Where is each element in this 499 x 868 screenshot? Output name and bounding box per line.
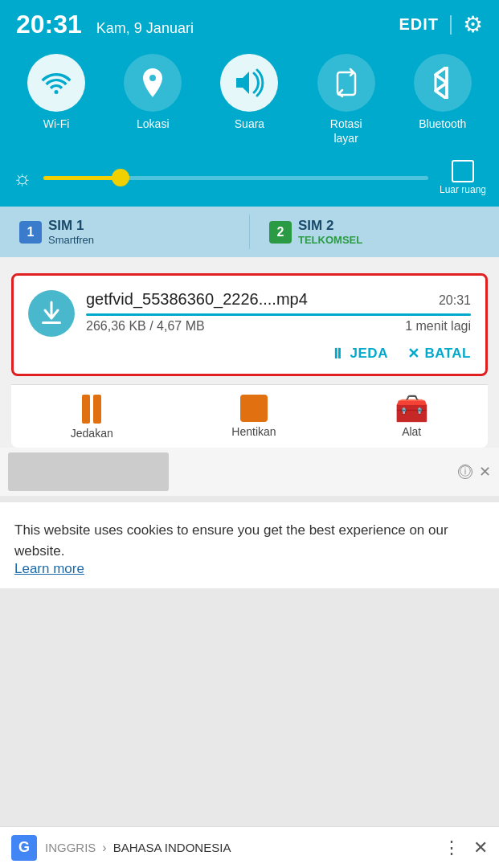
toggle-wifi[interactable]: Wi-Fi bbox=[27, 54, 85, 131]
translate-actions: ⋮ ✕ bbox=[443, 837, 488, 858]
cookie-text: This website uses cookies to ensure you … bbox=[14, 520, 485, 561]
sim1-badge: 1 bbox=[19, 221, 42, 244]
hentikan-icon bbox=[240, 395, 268, 422]
brightness-fill bbox=[43, 176, 121, 180]
google-translate-icon: G bbox=[11, 835, 37, 861]
sim1-name: SIM 1 bbox=[48, 218, 94, 234]
quick-toggle-row: Wi-Fi Lokasi Suara bbox=[0, 46, 499, 154]
translate-from[interactable]: INGGRIS bbox=[45, 841, 96, 854]
alat-icon: 🧰 bbox=[395, 395, 428, 422]
alat-label: Alat bbox=[402, 425, 421, 438]
wifi-label: Wi-Fi bbox=[43, 117, 70, 131]
outdoor-icon bbox=[452, 160, 474, 182]
quick-settings-panel: 20:31 Kam, 9 Januari EDIT ⚙ Wi-Fi bbox=[0, 0, 499, 207]
cancel-label: BATAL bbox=[424, 346, 471, 362]
notif-size-row: 266,36 KB / 4,67 MB 1 menit lagi bbox=[86, 319, 471, 334]
translate-languages: INGGRIS › BAHASA INDONESIA bbox=[45, 841, 435, 855]
translate-to[interactable]: BAHASA INDONESIA bbox=[113, 841, 231, 854]
learn-more-link[interactable]: Learn more bbox=[14, 561, 84, 576]
toggle-suara[interactable]: Suara bbox=[220, 54, 278, 131]
bluetooth-icon-circle bbox=[414, 54, 472, 112]
ad-info-icon[interactable]: ⓘ bbox=[458, 465, 472, 479]
suara-icon-circle bbox=[220, 54, 278, 112]
bluetooth-label: Bluetooth bbox=[419, 117, 466, 131]
pause-icon: ⏸ bbox=[330, 346, 346, 362]
sim2-number: 2 bbox=[277, 225, 284, 240]
jedakan-label: Jedakan bbox=[71, 427, 113, 440]
sim1-item[interactable]: 1 SIM 1 Smartfren bbox=[0, 215, 250, 249]
sim2-info: SIM 2 TELKOMSEL bbox=[298, 218, 362, 246]
sim2-carrier: TELKOMSEL bbox=[298, 234, 362, 246]
notification-content: getfvid_55386360_2226....mp4 20:31 266,3… bbox=[86, 290, 471, 334]
sim2-name: SIM 2 bbox=[298, 218, 362, 234]
status-date: Kam, 9 Januari bbox=[96, 20, 194, 37]
brightness-icon: ☼ bbox=[13, 166, 32, 190]
svg-rect-1 bbox=[42, 321, 61, 324]
status-bar: 20:31 Kam, 9 Januari EDIT ⚙ bbox=[0, 0, 499, 46]
brightness-row: ☼ Luar ruang bbox=[0, 154, 499, 207]
notification-top: getfvid_55386360_2226....mp4 20:31 266,3… bbox=[28, 290, 471, 337]
rotasi-icon-circle bbox=[317, 54, 375, 112]
divider bbox=[450, 15, 452, 35]
sim2-item[interactable]: 2 SIM 2 TELKOMSEL bbox=[250, 215, 499, 249]
edit-button[interactable]: EDIT bbox=[399, 15, 439, 34]
ad-strip: ⓘ ✕ bbox=[0, 448, 499, 496]
brightness-slider[interactable] bbox=[43, 176, 428, 180]
translate-more-icon[interactable]: ⋮ bbox=[443, 837, 460, 858]
toggle-bluetooth[interactable]: Bluetooth bbox=[414, 54, 472, 131]
pause-label: JEDA bbox=[350, 346, 388, 362]
lokasi-icon-circle bbox=[124, 54, 182, 112]
ad-close-icon[interactable]: ✕ bbox=[479, 463, 491, 481]
sim1-number: 1 bbox=[27, 225, 35, 240]
outdoor-label: Luar ruang bbox=[440, 184, 486, 195]
toggle-lokasi[interactable]: Lokasi bbox=[124, 54, 182, 131]
wifi-icon-circle bbox=[27, 54, 85, 112]
download-avatar bbox=[28, 290, 75, 337]
outdoor-mode-button[interactable]: Luar ruang bbox=[440, 160, 486, 195]
cancel-button[interactable]: ✕ BATAL bbox=[407, 345, 471, 362]
jedakan-icon bbox=[82, 395, 101, 424]
notif-filename: getfvid_55386360_2226....mp4 bbox=[86, 290, 308, 309]
pause-button[interactable]: ⏸ JEDA bbox=[330, 345, 388, 362]
notif-eta: 1 menit lagi bbox=[405, 319, 471, 334]
g-letter: G bbox=[18, 839, 30, 856]
translate-close-icon[interactable]: ✕ bbox=[473, 837, 488, 858]
rotasi-label: Rotasilayar bbox=[330, 117, 362, 145]
notif-size: 266,36 KB / 4,67 MB bbox=[86, 319, 205, 334]
lokasi-label: Lokasi bbox=[137, 117, 169, 131]
bottom-app-tabs: Jedakan Hentikan 🧰 Alat bbox=[11, 384, 488, 448]
tab-jedakan[interactable]: Jedakan bbox=[71, 395, 113, 440]
cancel-icon: ✕ bbox=[407, 345, 420, 362]
notif-time: 20:31 bbox=[439, 293, 471, 308]
sim1-carrier: Smartfren bbox=[48, 234, 94, 246]
sim1-info: SIM 1 Smartfren bbox=[48, 218, 94, 246]
translate-bar: G INGGRIS › BAHASA INDONESIA ⋮ ✕ bbox=[0, 826, 499, 868]
hentikan-label: Hentikan bbox=[231, 425, 276, 438]
brightness-thumb bbox=[112, 169, 129, 186]
download-progress-bar bbox=[86, 313, 471, 316]
sim-row: 1 SIM 1 Smartfren 2 SIM 2 TELKOMSEL bbox=[0, 207, 499, 257]
download-notification: getfvid_55386360_2226....mp4 20:31 266,3… bbox=[11, 273, 488, 376]
suara-label: Suara bbox=[235, 117, 264, 131]
web-content: This website uses cookies to ensure you … bbox=[0, 502, 499, 588]
ad-image bbox=[8, 452, 169, 491]
settings-icon[interactable]: ⚙ bbox=[463, 11, 483, 38]
status-time: 20:31 bbox=[16, 10, 82, 39]
tab-alat[interactable]: 🧰 Alat bbox=[395, 395, 428, 440]
notification-actions: ⏸ JEDA ✕ BATAL bbox=[28, 345, 471, 362]
tab-hentikan[interactable]: Hentikan bbox=[231, 395, 276, 440]
notif-title-row: getfvid_55386360_2226....mp4 20:31 bbox=[86, 290, 471, 309]
toggle-rotasi[interactable]: Rotasilayar bbox=[317, 54, 375, 145]
sim2-badge: 2 bbox=[269, 221, 292, 244]
